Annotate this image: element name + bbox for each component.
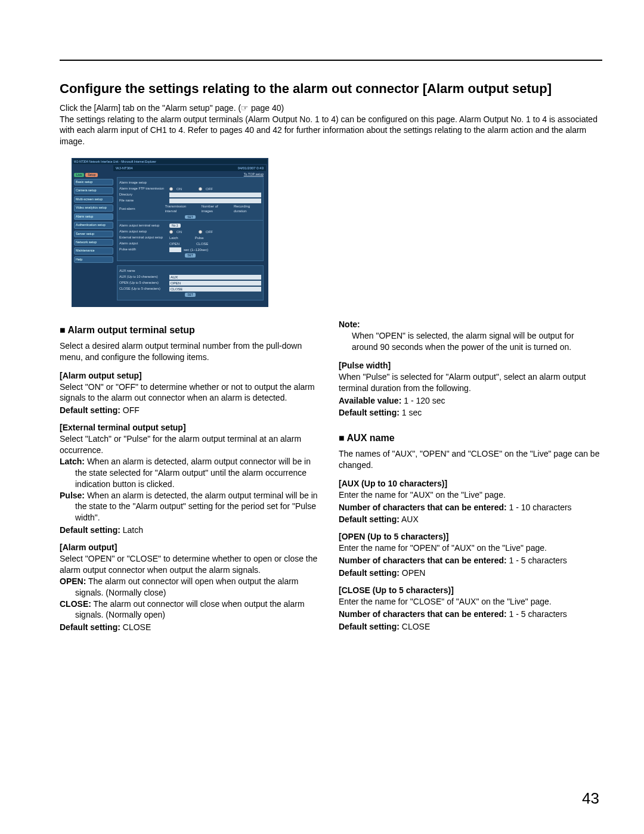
note-box: Note: When "OPEN" is selected, the alarm… xyxy=(339,319,602,353)
filename-field[interactable] xyxy=(169,199,261,203)
sidebar-item[interactable]: Help xyxy=(74,256,113,263)
topright-link[interactable]: To TOP setup xyxy=(244,172,264,176)
p2-r1: Alarm output setup xyxy=(119,230,167,234)
p1-r2: Directory xyxy=(119,193,167,197)
model: WJ-NT304 xyxy=(116,166,133,170)
right-column: Note: When "OPEN" is selected, the alarm… xyxy=(339,319,602,633)
sidebar-item[interactable]: Camera setup xyxy=(74,187,113,194)
p3-r3: CLOSE (Up to 5 characters) xyxy=(119,287,167,291)
sidebar: Live Setup Basic setup Camera setup Mult… xyxy=(74,171,113,265)
alarm-output-default: Default setting: CLOSE xyxy=(60,622,323,633)
aux10-num: Number of characters that can be entered… xyxy=(339,502,602,513)
section-aux-name: AUX name xyxy=(339,432,602,445)
k: Default setting: xyxy=(339,568,400,578)
k: Available value: xyxy=(339,396,401,405)
k: Number of characters that can be entered… xyxy=(339,609,507,619)
sidebar-item[interactable]: Maintenance xyxy=(74,247,113,254)
h-ext: [External terminal output setup] xyxy=(60,422,323,433)
tab-setup[interactable]: Setup xyxy=(85,173,98,177)
h-aux10: [AUX (Up to 10 characters)] xyxy=(339,478,602,489)
terminal-lead: Select a desired alarm output terminal n… xyxy=(60,340,323,363)
v: OFF xyxy=(120,405,140,415)
sidebar-item[interactable]: Alarm setup xyxy=(74,213,113,220)
radio[interactable] xyxy=(199,230,202,234)
ext-default: Default setting: Latch xyxy=(60,525,323,536)
radio[interactable] xyxy=(169,230,173,234)
h-alarm-output-setup: [Alarm output setup] xyxy=(60,370,323,382)
page-number: 43 xyxy=(582,788,599,809)
h-pulse: [Pulse width] xyxy=(339,360,602,371)
k: Default setting: xyxy=(339,514,400,524)
c1: Transmission interval xyxy=(165,204,196,213)
settings-screenshot: WJ-NT304 Network Interface Unit - Micros… xyxy=(72,158,268,307)
ext-pulse: Pulse: When an alarm is detected, the al… xyxy=(60,490,323,524)
k: Default setting: xyxy=(339,408,400,417)
p2-title: Alarm output terminal setup xyxy=(119,224,167,228)
latch: Latch xyxy=(169,235,178,240)
alarm-output-open: OPEN: The alarm out connector will open … xyxy=(60,576,323,599)
close5-default: Default setting: CLOSE xyxy=(339,621,602,633)
c2: Number of images xyxy=(202,204,228,213)
p1-r4: Post-alarm xyxy=(119,207,163,211)
v: 1 - 120 sec xyxy=(401,396,445,405)
off: OFF xyxy=(206,187,213,191)
p1-title: Alarm image setup xyxy=(119,181,167,185)
v: Latch xyxy=(120,525,143,535)
v: CLOSE xyxy=(120,622,151,632)
p1-r3: File name xyxy=(119,199,167,203)
sidebar-item[interactable]: Network setup xyxy=(74,239,113,246)
unit: sec (1~120sec) xyxy=(184,247,208,252)
directory-field[interactable] xyxy=(169,193,261,197)
p2-r3: Alarm output xyxy=(119,241,167,246)
set-button[interactable]: SET xyxy=(185,253,196,258)
sidebar-item[interactable]: Video analytics setup xyxy=(74,204,113,211)
on: ON xyxy=(177,187,182,191)
close: CLOSE xyxy=(196,241,208,246)
ext-latch: Latch: When an alarm is detected, alarm … xyxy=(60,456,323,490)
radio[interactable] xyxy=(199,187,202,191)
aux-field[interactable]: AUX xyxy=(169,275,261,280)
set-button[interactable]: SET xyxy=(185,215,196,219)
sidebar-item[interactable]: Basic setup xyxy=(74,179,113,185)
v: 1 sec xyxy=(400,408,422,417)
close5-num: Number of characters that can be entered… xyxy=(339,609,602,620)
open-field[interactable]: OPEN xyxy=(169,281,261,286)
close5-lead: Enter the name for "CLOSE" of "AUX" on t… xyxy=(339,596,602,607)
h-close5: [CLOSE (Up to 5 characters)] xyxy=(339,585,602,596)
sidebar-item[interactable]: Server setup xyxy=(74,231,113,237)
sidebar-item[interactable]: Authentication setup xyxy=(74,222,113,228)
v: CLOSE xyxy=(400,622,430,631)
pulse: Pulse xyxy=(195,235,204,240)
v: AUX xyxy=(400,514,419,524)
pulse-width-field[interactable] xyxy=(169,247,181,252)
pulse-lead: When "Pulse" is selected for "Alarm outp… xyxy=(339,371,602,394)
left-column: Alarm output terminal setup Select a des… xyxy=(60,319,323,633)
close-field[interactable]: CLOSE xyxy=(169,287,261,292)
open5-lead: Enter the name for "OPEN" of "AUX" on th… xyxy=(339,542,602,554)
intro-paragraph: Click the [Alarm] tab on the "Alarm setu… xyxy=(60,103,602,148)
page-title: Configure the settings relating to the a… xyxy=(60,80,602,98)
note-body: When "OPEN" is selected, the alarm signa… xyxy=(339,330,602,353)
section-alarm-output-terminal: Alarm output terminal setup xyxy=(60,324,323,337)
v: 1 - 5 characters xyxy=(507,556,567,565)
set-button[interactable]: SET xyxy=(185,293,196,297)
k: Number of characters that can be entered… xyxy=(339,556,507,565)
open5-default: Default setting: OPEN xyxy=(339,568,602,579)
note-title: Note: xyxy=(339,319,602,330)
window-title: WJ-NT304 Network Interface Unit - Micros… xyxy=(73,159,267,164)
ext-lead: Select "Latch" or "Pulse" for the alarm … xyxy=(60,433,323,456)
open: OPEN xyxy=(169,241,179,246)
terminal-select[interactable]: No.1 xyxy=(169,224,181,228)
pulse-default: Default setting: 1 sec xyxy=(339,407,602,418)
p3-r2: OPEN (Up to 5 characters) xyxy=(119,281,167,285)
open5-num: Number of characters that can be entered… xyxy=(339,555,602,566)
h-open5: [OPEN (Up to 5 characters)] xyxy=(339,531,602,542)
tab-live[interactable]: Live xyxy=(74,173,84,177)
sidebar-item[interactable]: Multi-screen setup xyxy=(74,196,113,203)
alarm-output-close: CLOSE: The alarm out connector will clos… xyxy=(60,599,323,621)
radio[interactable] xyxy=(169,187,173,191)
p1-r1: Alarm image FTP transmission xyxy=(119,187,167,191)
p2-r4: Pulse width xyxy=(119,247,167,252)
v: OPEN xyxy=(400,568,426,578)
p3-title: AUX name xyxy=(119,269,167,273)
